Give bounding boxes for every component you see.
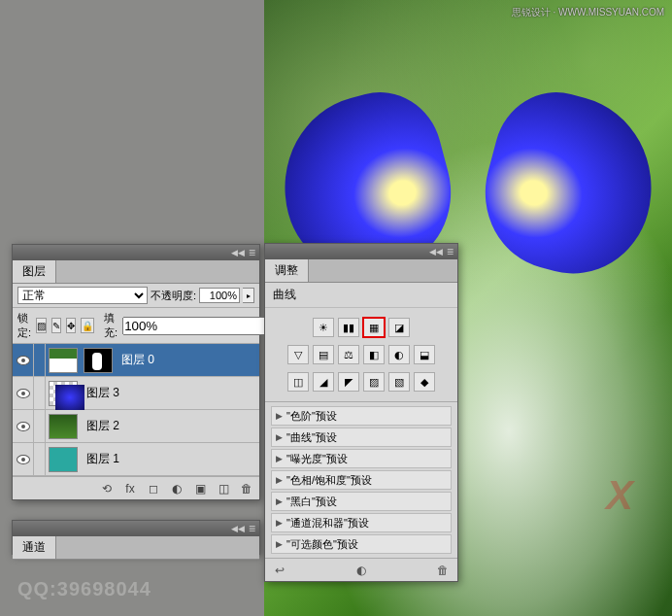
layer-style-icon[interactable]: fx bbox=[121, 480, 139, 497]
preset-exposure[interactable]: ▶"曝光度"预设 bbox=[271, 449, 452, 468]
collapse-icon[interactable]: ◀◀ bbox=[429, 247, 443, 257]
preset-list: ▶"色阶"预设 ▶"曲线"预设 ▶"曝光度"预设 ▶"色相/饱和度"预设 ▶"黑… bbox=[265, 401, 457, 558]
layer-name[interactable]: 图层 3 bbox=[86, 385, 119, 401]
panel-menu-icon[interactable]: ≡ bbox=[447, 245, 454, 258]
layers-footer: ⟲ fx ◻ ◐ ▣ ◫ 🗑 bbox=[13, 476, 259, 499]
layer-list: 图层 0 图层 3 图层 2 图层 1 bbox=[13, 344, 259, 476]
opacity-label: 不透明度: bbox=[151, 289, 196, 303]
link-layers-icon[interactable]: ⟲ bbox=[98, 480, 116, 497]
exposure-icon[interactable]: ◪ bbox=[388, 318, 410, 337]
levels-icon[interactable]: ▮▮ bbox=[338, 318, 359, 337]
layer-group-icon[interactable]: ▣ bbox=[191, 480, 209, 497]
preset-selective-color[interactable]: ▶"可选颜色"预设 bbox=[271, 534, 452, 554]
hue-saturation-icon[interactable]: ▤ bbox=[313, 345, 334, 364]
blend-mode-select[interactable]: 正常 bbox=[17, 287, 148, 304]
layer-name[interactable]: 图层 0 bbox=[121, 352, 154, 368]
invert-icon[interactable]: ◫ bbox=[287, 372, 309, 392]
channel-mixer-icon[interactable]: ⬓ bbox=[414, 345, 435, 364]
lock-all-icon[interactable]: 🔒 bbox=[81, 318, 94, 333]
panel-menu-icon[interactable]: ≡ bbox=[249, 522, 255, 535]
opacity-dropdown-icon[interactable]: ▸ bbox=[243, 288, 254, 303]
layer-row-1[interactable]: 图层 3 bbox=[13, 377, 259, 410]
color-balance-icon[interactable]: ⚖ bbox=[338, 345, 359, 364]
tab-channels[interactable]: 通道 bbox=[13, 536, 56, 559]
layer-mask-icon[interactable]: ◻ bbox=[145, 480, 162, 497]
selective-color-icon[interactable]: ▧ bbox=[388, 372, 410, 392]
panel-header[interactable]: ◀◀ ≡ bbox=[13, 521, 259, 536]
expand-icon: ▶ bbox=[276, 539, 283, 549]
qq-watermark: QQ:39698044 bbox=[17, 578, 151, 600]
preset-curves[interactable]: ▶"曲线"预设 bbox=[271, 428, 452, 447]
lock-label: 锁定: bbox=[17, 311, 31, 340]
delete-layer-icon[interactable]: 🗑 bbox=[238, 480, 255, 497]
return-to-adjustment-icon[interactable]: ↩ bbox=[271, 562, 288, 579]
expand-icon: ▶ bbox=[276, 454, 283, 463]
layer-mask-thumbnail[interactable] bbox=[84, 348, 113, 373]
layer-thumbnail[interactable] bbox=[49, 447, 78, 472]
panel-header[interactable]: ◀◀ ≡ bbox=[13, 245, 259, 260]
visibility-icon[interactable] bbox=[17, 422, 30, 431]
panel-menu-icon[interactable]: ≡ bbox=[249, 246, 255, 259]
adjustment-type-label: 曲线 bbox=[265, 283, 457, 308]
extra-adjust-icon[interactable]: ◆ bbox=[414, 372, 435, 392]
tab-layers[interactable]: 图层 bbox=[13, 260, 56, 283]
threshold-icon[interactable]: ◤ bbox=[338, 372, 359, 392]
preset-levels[interactable]: ▶"色阶"预设 bbox=[271, 406, 452, 426]
expand-icon: ▶ bbox=[276, 496, 283, 506]
brightness-contrast-icon[interactable]: ☀ bbox=[313, 318, 334, 337]
preset-channel-mixer[interactable]: ▶"通道混和器"预设 bbox=[271, 513, 452, 532]
new-layer-icon[interactable]: ◫ bbox=[215, 480, 232, 497]
adjustments-panel: ◀◀ ≡ 调整 曲线 ☀ ▮▮ ▦ ◪ ▽ ▤ ⚖ ◧ ◐ ⬓ ◫ ◢ ◤ ▨ … bbox=[264, 243, 458, 582]
lock-position-icon[interactable]: ✥ bbox=[66, 318, 76, 333]
layer-name[interactable]: 图层 2 bbox=[86, 418, 119, 434]
collapse-icon[interactable]: ◀◀ bbox=[231, 524, 245, 533]
opacity-input[interactable] bbox=[199, 288, 240, 303]
lock-fill-row: 锁定: ▨ ✎ ✥ 🔒 填充: ▸ bbox=[13, 308, 259, 344]
layers-panel: ◀◀ ≡ 图层 正常 不透明度: ▸ 锁定: ▨ ✎ ✥ 🔒 填充: ▸ 图层 … bbox=[12, 244, 260, 500]
fill-label: 填充: bbox=[104, 311, 118, 340]
adjustments-footer: ↩ ◐ 🗑 bbox=[265, 558, 457, 581]
lock-transparent-icon[interactable]: ▨ bbox=[36, 318, 47, 333]
channels-panel: ◀◀ ≡ 通道 bbox=[12, 520, 260, 555]
clip-to-layer-icon[interactable]: ◐ bbox=[353, 562, 370, 579]
layer-row-3[interactable]: 图层 1 bbox=[13, 443, 259, 476]
photo-filter-icon[interactable]: ◐ bbox=[388, 345, 410, 364]
posterize-icon[interactable]: ◢ bbox=[313, 372, 334, 392]
layer-thumbnail[interactable] bbox=[49, 414, 78, 439]
gradient-map-icon[interactable]: ▨ bbox=[363, 372, 385, 392]
lock-paint-icon[interactable]: ✎ bbox=[51, 318, 61, 333]
watermark-top: 思锐设计 · WWW.MISSYUAN.COM bbox=[512, 6, 664, 19]
expand-icon: ▶ bbox=[276, 411, 283, 421]
layer-name[interactable]: 图层 1 bbox=[86, 451, 119, 467]
black-white-icon[interactable]: ◧ bbox=[363, 345, 385, 364]
watermark-x: X bbox=[606, 472, 633, 519]
preset-black-white[interactable]: ▶"黑白"预设 bbox=[271, 492, 452, 511]
layer-row-0[interactable]: 图层 0 bbox=[13, 344, 259, 377]
panel-header[interactable]: ◀◀ ≡ bbox=[265, 244, 457, 259]
adjustment-layer-icon[interactable]: ◐ bbox=[168, 480, 185, 497]
layer-thumbnail[interactable] bbox=[49, 348, 78, 373]
expand-icon: ▶ bbox=[276, 475, 283, 485]
visibility-icon[interactable] bbox=[17, 455, 30, 464]
blend-opacity-row: 正常 不透明度: ▸ bbox=[13, 284, 259, 308]
visibility-icon[interactable] bbox=[17, 389, 30, 398]
preset-hue-saturation[interactable]: ▶"色相/饱和度"预设 bbox=[271, 470, 452, 490]
visibility-icon[interactable] bbox=[17, 356, 30, 365]
vibrance-icon[interactable]: ▽ bbox=[287, 345, 309, 364]
curves-icon[interactable]: ▦ bbox=[363, 318, 385, 337]
collapse-icon[interactable]: ◀◀ bbox=[231, 248, 245, 257]
expand-icon: ▶ bbox=[276, 518, 283, 528]
adjustment-icons: ☀ ▮▮ ▦ ◪ ▽ ▤ ⚖ ◧ ◐ ⬓ ◫ ◢ ◤ ▨ ▧ ◆ bbox=[265, 308, 457, 401]
delete-adjustment-icon[interactable]: 🗑 bbox=[434, 562, 452, 579]
expand-icon: ▶ bbox=[276, 432, 283, 442]
layer-row-2[interactable]: 图层 2 bbox=[13, 410, 259, 443]
panel-tabs: 图层 bbox=[13, 260, 259, 284]
tab-adjustments[interactable]: 调整 bbox=[265, 259, 309, 282]
layer-thumbnail[interactable] bbox=[49, 381, 78, 406]
